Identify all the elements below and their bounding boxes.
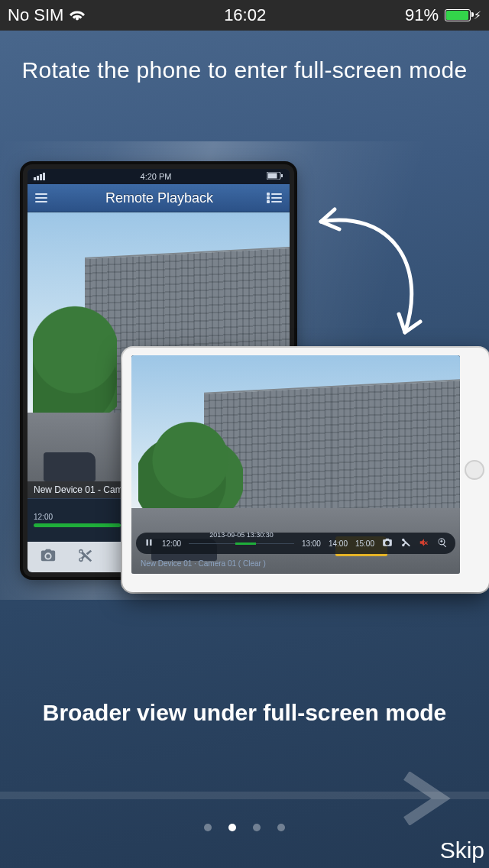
home-button-icon: [465, 460, 484, 480]
swipe-hint: [0, 772, 489, 825]
zoom-icon: [437, 537, 448, 549]
mock-battery-icon: [267, 172, 283, 181]
battery-percent: 91%: [405, 5, 439, 25]
onboarding-caption: Broader view under full-screen mode: [0, 700, 489, 726]
carrier-label: No SIM: [8, 5, 63, 25]
wifi-icon: [70, 6, 85, 26]
land-t2: 13:00: [302, 539, 321, 548]
page-dot[interactable]: [204, 824, 212, 831]
chevron-right-icon: [399, 772, 468, 825]
mock-status-bar: 4:20 PM: [28, 169, 290, 184]
landscape-datetime: 2013-09-05 13:30:30: [209, 531, 274, 539]
land-t1: 12:00: [162, 539, 181, 548]
signal-icon: [34, 173, 45, 180]
landscape-phone-mock: 12:00 2013-09-05 13:30:30 13:00 14:00 15…: [122, 348, 489, 592]
pause-icon: [144, 537, 154, 549]
scissors-icon: [400, 537, 411, 549]
device-status-bar: No SIM 16:02 91% ⚡︎: [0, 0, 489, 31]
mock-nav-bar: Remote Playback: [28, 184, 290, 212]
land-t4: 15:00: [355, 539, 374, 548]
camera-icon: [382, 537, 393, 549]
landscape-caption: New Device 01 · Camera 01 ( Clear ): [136, 558, 455, 569]
page-dot[interactable]: [228, 824, 236, 831]
battery-icon: ⚡︎: [445, 9, 481, 21]
skip-button[interactable]: Skip: [440, 837, 484, 863]
onboarding-headline: Rotate the phone to enter full-screen mo…: [0, 57, 489, 83]
hamburger-icon: [35, 193, 47, 202]
page-indicator[interactable]: [0, 824, 489, 831]
mute-icon: [419, 537, 429, 549]
onboarding-illustration: 4:20 PM Remote Playback New Device 01 - …: [0, 141, 489, 600]
mock-timeline-t1: 12:00: [34, 513, 53, 521]
svg-rect-1: [268, 173, 277, 179]
mock-clock: 4:20 PM: [141, 172, 172, 181]
land-t3: 14:00: [329, 539, 348, 548]
camera-icon: [40, 547, 57, 567]
scissors-icon: [76, 547, 93, 567]
list-icon: [271, 193, 282, 202]
landscape-control-bar: 12:00 2013-09-05 13:30:30 13:00 14:00 15…: [136, 533, 455, 554]
page-dot[interactable]: [277, 824, 285, 831]
svg-rect-2: [281, 174, 283, 177]
mock-nav-title: Remote Playback: [105, 190, 213, 206]
clock: 16:02: [224, 5, 266, 25]
page-dot[interactable]: [253, 824, 261, 831]
